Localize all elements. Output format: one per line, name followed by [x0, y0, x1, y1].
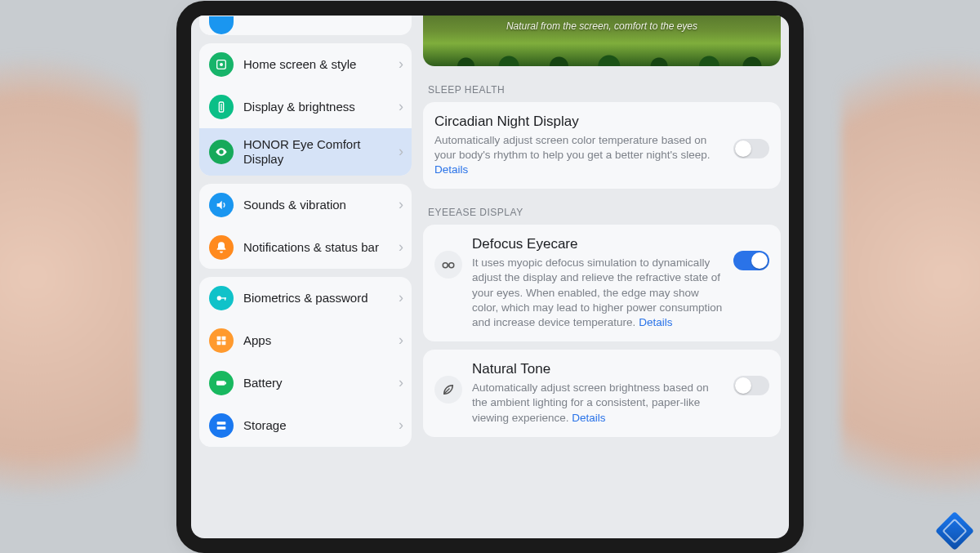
details-link[interactable]: Details [572, 412, 605, 424]
details-link[interactable]: Details [434, 163, 468, 176]
settings-sidebar: Home screen & style › Display & brightne… [199, 16, 412, 530]
svg-rect-13 [217, 421, 226, 424]
partial-icon [209, 16, 234, 34]
sidebar-item-sounds[interactable]: Sounds & vibration › [199, 184, 412, 226]
brightness-icon [209, 95, 234, 119]
sidebar-item-label: Apps [243, 333, 389, 348]
storage-icon [209, 413, 234, 438]
sidebar-item-label: Home screen & style [243, 57, 389, 72]
device-screen: Home screen & style › Display & brightne… [191, 16, 789, 538]
chevron-right-icon: › [399, 143, 403, 160]
section-header-eyeease: EYEEASE DISPLAY [428, 207, 781, 218]
toggle-natural-tone[interactable] [733, 376, 769, 395]
chevron-right-icon: › [399, 98, 403, 115]
sidebar-group-sounds: Sounds & vibration › Notifications & sta… [199, 184, 412, 269]
setting-circadian-night-display[interactable]: Circadian Night Display Automatically ad… [423, 102, 781, 190]
svg-rect-12 [225, 381, 226, 384]
svg-rect-8 [222, 336, 226, 340]
setting-defocus-eyecare[interactable]: Defocus Eyecare It uses myopic defocus s… [423, 225, 781, 341]
chevron-right-icon: › [399, 196, 403, 213]
hand-right [841, 0, 980, 553]
sidebar-item-label: Sounds & vibration [243, 198, 389, 212]
section-header-sleep-health: SLEEP HEALTH [428, 84, 781, 96]
chevron-right-icon: › [399, 374, 403, 391]
sidebar-item-label: Battery [243, 376, 389, 390]
svg-point-16 [449, 263, 454, 268]
svg-point-4 [217, 296, 221, 300]
battery-icon [209, 371, 234, 395]
chevron-right-icon: › [399, 239, 403, 256]
apps-icon [209, 328, 234, 353]
sidebar-item-battery[interactable]: Battery › [199, 362, 412, 404]
setting-natural-tone[interactable]: Natural Tone Automatically adjust screen… [423, 350, 781, 437]
svg-rect-11 [216, 381, 225, 385]
sidebar-group-system: Biometrics & password › Apps › Battery › [199, 277, 412, 447]
sidebar-group-display: Home screen & style › Display & brightne… [199, 43, 412, 176]
setting-title: Natural Tone [472, 361, 724, 377]
sidebar-item-eye-comfort[interactable]: HONOR Eye Comfort Display › [199, 128, 412, 176]
sidebar-item-home-style[interactable]: Home screen & style › [199, 43, 412, 86]
chevron-right-icon: › [399, 332, 403, 349]
key-icon [209, 286, 234, 310]
svg-rect-9 [217, 341, 221, 345]
toggle-defocus[interactable] [733, 251, 769, 270]
sidebar-item-label: Display & brightness [243, 100, 389, 114]
setting-title: Defocus Eyecare [472, 236, 724, 252]
details-link[interactable]: Details [639, 316, 672, 328]
site-watermark [935, 511, 974, 551]
bell-icon [209, 235, 234, 260]
sidebar-item-label: Storage [243, 418, 389, 433]
setting-desc: Automatically adjust screen brightness b… [472, 381, 724, 426]
svg-rect-7 [217, 336, 221, 340]
eye-comfort-banner: Natural from the screen, comfort to the … [423, 16, 781, 66]
hand-left [0, 0, 139, 553]
chevron-right-icon: › [399, 56, 403, 73]
svg-point-15 [443, 263, 448, 268]
chevron-right-icon: › [399, 289, 403, 306]
sidebar-item-label: Notifications & status bar [243, 240, 389, 255]
setting-desc: Automatically adjust screen color temper… [434, 133, 724, 178]
sidebar-item-storage[interactable]: Storage › [199, 404, 412, 447]
home-style-icon [209, 52, 234, 77]
sidebar-item-biometrics[interactable]: Biometrics & password › [199, 277, 412, 319]
svg-rect-6 [225, 297, 225, 300]
svg-rect-10 [222, 341, 226, 345]
sidebar-item-partial[interactable] [199, 16, 412, 35]
sidebar-item-apps[interactable]: Apps › [199, 319, 412, 362]
leaf-icon [434, 376, 462, 404]
banner-caption: Natural from the screen, comfort to the … [506, 20, 697, 32]
sidebar-item-display-brightness[interactable]: Display & brightness › [199, 86, 412, 128]
sound-icon [209, 193, 234, 217]
svg-rect-14 [217, 426, 226, 429]
svg-point-1 [220, 63, 223, 66]
sidebar-item-label: HONOR Eye Comfort Display [243, 137, 389, 167]
setting-title: Circadian Night Display [434, 114, 724, 130]
detail-pane: Natural from the screen, comfort to the … [423, 16, 781, 530]
sidebar-item-notifications[interactable]: Notifications & status bar › [199, 226, 412, 269]
sidebar-item-label: Biometrics & password [243, 291, 389, 305]
eye-comfort-icon [209, 140, 234, 164]
glasses-icon [434, 251, 462, 279]
setting-desc: It uses myopic defocus simulation to dyn… [472, 256, 724, 330]
chevron-right-icon: › [399, 417, 403, 434]
toggle-circadian[interactable] [733, 139, 769, 158]
